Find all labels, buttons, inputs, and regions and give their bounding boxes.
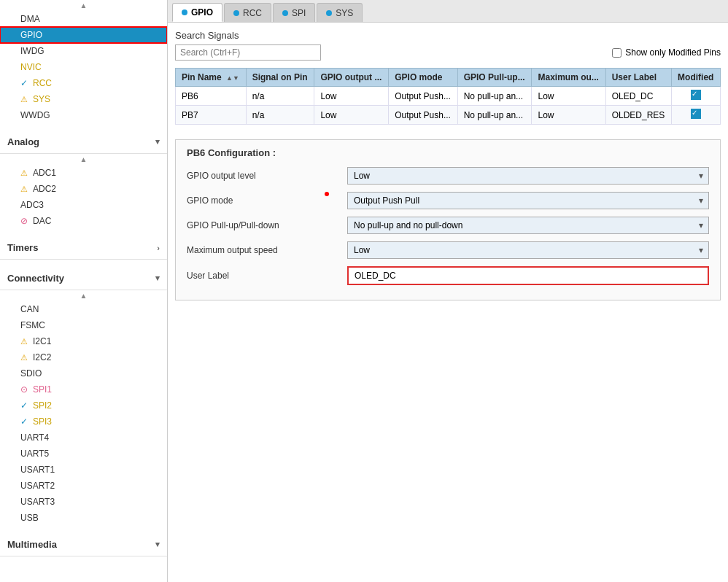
gpio-mode-header: GPIO mode <box>395 72 442 82</box>
sidebar-item-uart4[interactable]: UART4 <box>0 430 167 446</box>
spi1-circle-icon: ⊙ <box>20 384 28 395</box>
sidebar-item-usart3[interactable]: USART3 <box>0 494 167 510</box>
search-input[interactable] <box>175 44 321 61</box>
max-speed-select[interactable]: Low <box>347 241 709 259</box>
row1-checked-icon <box>691 90 701 100</box>
sidebar-item-usart1[interactable]: USART1 <box>0 462 167 478</box>
main-content: GPIO RCC SPI SYS Search Signals Show onl… <box>168 0 728 582</box>
gpio-label: GPIO <box>20 30 42 40</box>
connectivity-section-label: Connectivity <box>7 273 64 284</box>
connectivity-scroll-up: ▲ <box>0 290 167 301</box>
analog-section-header[interactable]: Analog ▾ <box>0 131 167 154</box>
sidebar-item-adc1[interactable]: ⚠ ADC1 <box>0 165 167 181</box>
tab-gpio[interactable]: GPIO <box>172 3 222 22</box>
sidebar-item-spi1[interactable]: ⊙ SPI1 <box>0 381 167 397</box>
col-gpio-mode[interactable]: GPIO mode <box>389 69 457 87</box>
sidebar-item-dma[interactable]: DMA <box>0 11 167 27</box>
tab-rcc[interactable]: RCC <box>224 3 271 22</box>
rcc-label: RCC <box>33 78 52 88</box>
sidebar-item-spi3[interactable]: ✓ SPI3 <box>0 414 167 430</box>
row2-signal: n/a <box>246 106 314 125</box>
sidebar-item-iwdg[interactable]: IWDG <box>0 43 167 59</box>
row2-output: Low <box>314 106 389 125</box>
adc3-label: ADC3 <box>20 200 44 210</box>
gpio-output-level-select[interactable]: Low <box>347 167 709 185</box>
row1-pullup: No pull-up an... <box>457 87 532 106</box>
sidebar-item-i2c1[interactable]: ⚠ I2C1 <box>0 333 167 349</box>
usart3-label: USART3 <box>20 497 55 507</box>
config-row-gpio-pullup: GPIO Pull-up/Pull-down No pull-up and no… <box>187 217 709 234</box>
row1-mode: Output Push... <box>389 87 457 106</box>
sidebar-item-spi2[interactable]: ✓ SPI2 <box>0 397 167 414</box>
search-row: Show only Modified Pins <box>175 44 721 61</box>
sidebar-item-adc2[interactable]: ⚠ ADC2 <box>0 181 167 197</box>
config-row-user-label: User Label <box>187 266 709 285</box>
search-signals-label: Search Signals <box>175 30 721 41</box>
col-pin-name[interactable]: Pin Name ▲▼ <box>176 69 247 87</box>
show-modified-checkbox[interactable] <box>612 48 621 58</box>
sidebar-item-sys[interactable]: ⚠ SYS <box>0 91 167 107</box>
col-signal-on-pin[interactable]: Signal on Pin <box>246 69 314 87</box>
row2-checked-icon <box>691 109 701 119</box>
timers-section-header[interactable]: Timers › <box>0 236 167 260</box>
col-gpio-output[interactable]: GPIO output ... <box>314 69 389 87</box>
sidebar-item-adc3[interactable]: ADC3 <box>0 197 167 213</box>
sidebar-item-gpio[interactable]: GPIO <box>0 27 167 43</box>
sidebar-item-uart5[interactable]: UART5 <box>0 446 167 462</box>
tab-spi[interactable]: SPI <box>273 3 315 22</box>
pb6-config-section: PB6 Configuration : GPIO output level Lo… <box>175 139 721 300</box>
adc1-label: ADC1 <box>33 168 56 178</box>
multimedia-chevron-icon: ▾ <box>155 540 160 549</box>
i2c2-warning-icon: ⚠ <box>20 353 28 362</box>
adc2-warning-icon: ⚠ <box>20 185 28 194</box>
uart4-label: UART4 <box>20 432 49 443</box>
usb-label: USB <box>20 513 39 523</box>
adc2-label: ADC2 <box>33 184 56 194</box>
col-gpio-pullup[interactable]: GPIO Pull-up... <box>457 69 532 87</box>
gpio-pullup-select[interactable]: No pull-up and no pull-down <box>347 217 709 234</box>
can-label: CAN <box>20 304 39 314</box>
spi1-label: SPI1 <box>33 384 52 395</box>
iwdg-label: IWDG <box>20 46 44 56</box>
analog-chevron-icon: ▾ <box>155 137 160 147</box>
sidebar-item-rcc[interactable]: ✓ RCC <box>0 75 167 91</box>
timers-chevron-icon: › <box>157 244 160 252</box>
sys-label: SYS <box>33 94 50 104</box>
sidebar-item-sdio[interactable]: SDIO <box>0 365 167 381</box>
pin-name-header: Pin Name <box>182 72 222 82</box>
tab-sys[interactable]: SYS <box>317 3 363 22</box>
table-row[interactable]: PB7 n/a Low Output Push... No pull-up an… <box>176 106 721 125</box>
row1-label: OLED_DC <box>605 87 671 106</box>
col-modified[interactable]: Modified <box>672 69 721 87</box>
col-max-output[interactable]: Maximum ou... <box>532 69 605 87</box>
multimedia-section-header[interactable]: Multimedia ▾ <box>0 533 167 556</box>
row2-modified <box>672 106 721 125</box>
multimedia-section-label: Multimedia <box>7 539 57 550</box>
sidebar-item-dac[interactable]: ⊘ DAC <box>0 213 167 229</box>
gpio-mode-label: GPIO mode <box>187 195 347 206</box>
sidebar-item-wwdg[interactable]: WWDG <box>0 107 167 123</box>
timers-section-label: Timers <box>7 242 38 253</box>
row1-pin: PB6 <box>176 87 247 106</box>
sidebar-item-usb[interactable]: USB <box>0 510 167 526</box>
usart2-label: USART2 <box>20 481 55 491</box>
sidebar-item-usart2[interactable]: USART2 <box>0 478 167 494</box>
row2-max-out: Low <box>532 106 605 125</box>
spi3-label: SPI3 <box>33 416 52 427</box>
sidebar-item-i2c2[interactable]: ⚠ I2C2 <box>0 349 167 365</box>
connectivity-section-header[interactable]: Connectivity ▾ <box>0 267 167 290</box>
connectivity-chevron-icon: ▾ <box>155 273 160 283</box>
spi-tab-dot <box>282 10 288 16</box>
user-label-input[interactable] <box>347 266 709 285</box>
spi2-check-icon: ✓ <box>20 400 28 411</box>
sidebar-item-fsmc[interactable]: FSMC <box>0 317 167 333</box>
table-row[interactable]: PB6 n/a Low Output Push... No pull-up an… <box>176 87 721 106</box>
col-user-label[interactable]: User Label <box>605 69 671 87</box>
gpio-table: Pin Name ▲▼ Signal on Pin GPIO output ..… <box>175 68 721 125</box>
gpio-mode-select[interactable]: Output Push Pull <box>347 192 709 209</box>
dac-circle-x-icon: ⊘ <box>20 216 28 226</box>
sidebar-item-can[interactable]: CAN <box>0 301 167 317</box>
sdio-label: SDIO <box>20 368 42 379</box>
modified-header: Modified <box>678 72 713 82</box>
sidebar-item-nvic[interactable]: NVIC <box>0 59 167 75</box>
